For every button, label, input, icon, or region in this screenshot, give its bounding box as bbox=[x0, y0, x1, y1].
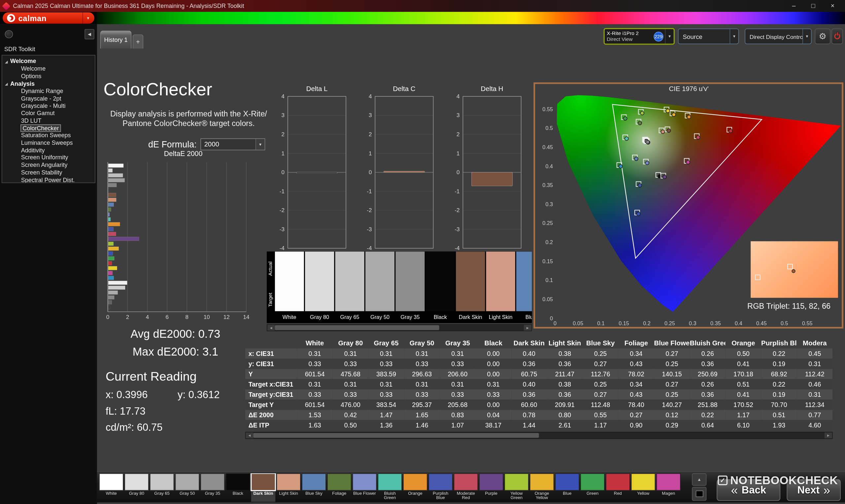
sidebar-item-additivity[interactable]: Additivity bbox=[2, 146, 95, 154]
power-button[interactable] bbox=[831, 29, 843, 44]
patch-strip-scrollbar[interactable]: ◄ ► bbox=[267, 324, 532, 331]
swatch-button-gray-65[interactable]: Gray 65 bbox=[150, 473, 174, 502]
add-tab-button[interactable]: + bbox=[133, 34, 144, 48]
de-formula-caret-icon[interactable]: ▼ bbox=[256, 139, 265, 150]
sidebar-item-colorchecker[interactable]: ColorChecker bbox=[20, 124, 61, 132]
results-table-scrollbar[interactable]: ◄ ► bbox=[245, 432, 833, 439]
sidebar-item-color-gamut[interactable]: Color Gamut bbox=[2, 109, 95, 117]
swatch-button-foliage[interactable]: Foliage bbox=[327, 473, 351, 502]
swatch-button-purple[interactable]: Purple bbox=[479, 473, 503, 502]
swatch-button-blue-sky[interactable]: Blue Sky bbox=[302, 473, 326, 502]
table-cell: 0.31 bbox=[368, 379, 404, 389]
table-cell: 0.31 bbox=[297, 379, 333, 389]
sidebar-item-spectral-power-dist[interactable]: Spectral Power Dist. bbox=[2, 176, 95, 183]
de-formula-select[interactable]: 2000 ▼ bbox=[200, 139, 265, 150]
column-header-orange: Orange bbox=[725, 338, 761, 349]
swatch-button-light-skin[interactable]: Light Skin bbox=[277, 473, 301, 502]
meter-dropdown-caret-icon[interactable]: ▼ bbox=[665, 29, 671, 43]
swatch-button-green[interactable]: Green bbox=[580, 473, 604, 502]
expand-icon[interactable]: ◢ bbox=[5, 58, 8, 65]
scroll-right-arrow[interactable]: ► bbox=[825, 432, 832, 438]
swatch-button-red[interactable]: Red bbox=[606, 473, 630, 502]
logo-menu-caret-icon[interactable]: ▼ bbox=[83, 13, 90, 24]
swatch-color bbox=[403, 473, 427, 490]
svg-text:0.55: 0.55 bbox=[542, 106, 553, 112]
svg-text:0.35: 0.35 bbox=[542, 182, 553, 188]
swatch-button-gray-80[interactable]: Gray 80 bbox=[124, 473, 148, 502]
sidebar-item-grayscale-2pt[interactable]: Grayscale - 2pt bbox=[2, 95, 95, 102]
table-cell: 0.45 bbox=[797, 348, 832, 359]
maximize-button[interactable]: □ bbox=[804, 1, 823, 12]
patch-label: Blue bbox=[516, 311, 532, 322]
source-dropdown[interactable]: Source ▼ bbox=[678, 29, 739, 44]
swatch-button-blue-flower[interactable]: Blue Flower bbox=[353, 473, 376, 502]
minimize-button[interactable]: – bbox=[785, 1, 803, 12]
swatch-button-blue[interactable]: Blue bbox=[555, 473, 579, 502]
swatch-button-gray-35[interactable]: Gray 35 bbox=[200, 473, 225, 502]
swatch-button-gray-50[interactable]: Gray 50 bbox=[175, 473, 199, 502]
workflow-icon[interactable] bbox=[5, 30, 13, 38]
rgb-triplet-label: RGB Triplet: 115, 82, 66 bbox=[740, 302, 838, 310]
tree-group-analysis[interactable]: ◢Analysis bbox=[2, 79, 95, 87]
blackout-button[interactable] bbox=[692, 487, 706, 501]
swatch-label: Gray 35 bbox=[200, 490, 225, 502]
sidebar-item-screen-uniformity[interactable]: Screen Uniformity bbox=[2, 154, 95, 161]
sidebar-item-screen-angularity[interactable]: Screen Angularity bbox=[2, 161, 95, 168]
tree-group-welcome[interactable]: ◢Welcome bbox=[2, 57, 95, 65]
scroll-left-arrow[interactable]: ◄ bbox=[267, 325, 275, 330]
swatch-button-dark-skin[interactable]: Dark Skin bbox=[251, 473, 275, 502]
swatch-button-moderate-red[interactable]: Moderate Red bbox=[454, 473, 478, 502]
scrollbar-thumb[interactable] bbox=[253, 433, 539, 438]
svg-text:14: 14 bbox=[243, 314, 250, 320]
sidebar-collapse-button[interactable]: ◀ bbox=[85, 29, 94, 39]
patch-label: Gray 65 bbox=[335, 311, 365, 322]
expand-icon[interactable]: ◢ bbox=[5, 81, 8, 88]
tab-history-1[interactable]: History 1 bbox=[100, 31, 132, 49]
sidebar-item-grayscale-multi[interactable]: Grayscale - Multi bbox=[2, 102, 95, 109]
svg-text:-4: -4 bbox=[455, 245, 460, 251]
swatch-button-yellow[interactable]: Yellow bbox=[631, 473, 655, 502]
scrollbar-track[interactable] bbox=[275, 325, 524, 330]
table-cell: 1.53 bbox=[297, 410, 333, 420]
sidebar-item-welcome[interactable]: Welcome bbox=[2, 65, 95, 72]
patch-swatch bbox=[516, 251, 532, 311]
svg-text:0.45: 0.45 bbox=[542, 144, 553, 150]
close-button[interactable]: × bbox=[824, 1, 842, 12]
sidebar-item-saturation-sweeps[interactable]: Saturation Sweeps bbox=[2, 132, 95, 139]
table-cell: 0.40 bbox=[511, 348, 547, 359]
sidebar-item-luminance-sweeps[interactable]: Luminance Sweeps bbox=[2, 139, 95, 146]
swatch-button-white[interactable]: White bbox=[99, 473, 123, 502]
scroll-left-arrow[interactable]: ◄ bbox=[246, 432, 253, 438]
table-row-target-x-cie31: Target x:CIE310.310.310.310.310.310.310.… bbox=[245, 379, 833, 389]
swatch-color bbox=[277, 473, 301, 490]
scroll-right-arrow[interactable]: ► bbox=[524, 325, 531, 330]
swatch-scroll-up-button[interactable]: ▲ bbox=[692, 473, 706, 486]
sidebar-item-screen-stability[interactable]: Screen Stability bbox=[2, 168, 95, 176]
meter-selector[interactable]: X-Rite i1Pro 2 Direct View 229 ▼ bbox=[604, 28, 675, 45]
scrollbar-track[interactable] bbox=[253, 432, 825, 438]
sidebar-item-3d-lut[interactable]: 3D LUT bbox=[2, 117, 95, 124]
sidebar-item-dynamic-range[interactable]: Dynamic Range bbox=[2, 87, 95, 95]
settings-button[interactable]: ⚙ bbox=[815, 29, 830, 44]
next-button[interactable]: Next » bbox=[787, 479, 841, 501]
svg-text:0.1: 0.1 bbox=[597, 320, 605, 326]
swatch-button-black[interactable]: Black bbox=[226, 473, 250, 502]
back-button[interactable]: « Back bbox=[717, 479, 780, 501]
swatch-label: Green bbox=[580, 490, 604, 502]
swatch-button-yellow-green[interactable]: Yellow Green bbox=[504, 473, 528, 502]
page-description: Display analysis is performed with the X… bbox=[108, 109, 270, 128]
swatch-button-orange[interactable]: Orange bbox=[403, 473, 427, 502]
swatch-button-orange-yellow[interactable]: Orange Yellow bbox=[530, 473, 554, 502]
display-control-caret-icon[interactable]: ▼ bbox=[803, 29, 811, 43]
row-label: Target Y bbox=[245, 399, 297, 410]
swatch-button-purplish-blue[interactable]: Purplish Blue bbox=[428, 473, 453, 502]
sidebar: ◀ SDR Toolkit ◢WelcomeWelcomeOptions◢Ana… bbox=[0, 24, 97, 504]
sidebar-item-options[interactable]: Options bbox=[2, 72, 95, 79]
swatch-color bbox=[555, 473, 579, 490]
swatch-button-magen[interactable]: Magen bbox=[656, 473, 681, 502]
calman-logo-button[interactable]: calman ▼ bbox=[3, 13, 94, 24]
scrollbar-thumb[interactable] bbox=[275, 325, 439, 330]
display-control-dropdown[interactable]: Direct Display Control ▼ bbox=[745, 29, 811, 44]
source-dropdown-caret-icon[interactable]: ▼ bbox=[730, 29, 738, 43]
swatch-button-bluish-green[interactable]: Bluish Green bbox=[377, 473, 402, 502]
